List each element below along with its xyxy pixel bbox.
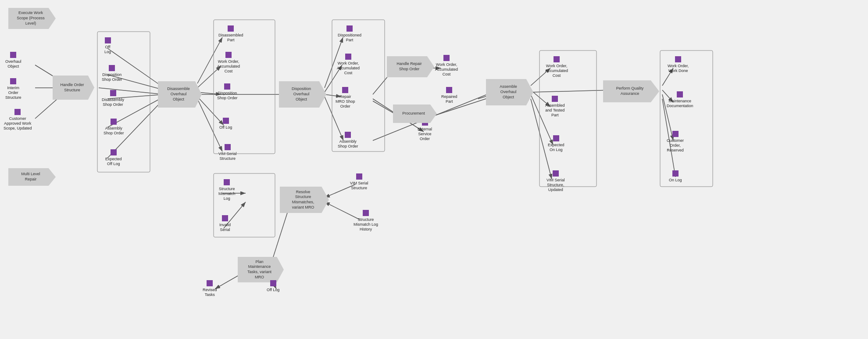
dispositioned-part-label: DispositionedPart <box>338 33 361 43</box>
disassemble-overhaul-object: DisassembleOverhaulObject <box>158 81 202 108</box>
vim-serial-structure-1: VIM SerialStructure <box>218 144 237 161</box>
disassembled-part-label: DisassembledPart <box>218 33 243 43</box>
dispositioned-part: DispositionedPart <box>338 25 361 43</box>
customer-order-reserved: CustomerOrder,Reserved <box>667 131 684 152</box>
disassemble-overhaul-object-shape: DisassembleOverhaulObject <box>158 81 202 108</box>
handle-repair-shop-order: Handle RepairShop Order <box>387 56 434 77</box>
disposition-shop-order-2-label: DispositionShop Order <box>217 91 238 101</box>
invalid-serial: InvalidSerial <box>219 215 231 232</box>
customer-order-reserved-label: CustomerOrder,Reserved <box>667 138 684 152</box>
resolve-structure-mismatches: ResolveStructureMismatches,variant MRO <box>280 187 329 213</box>
assembled-tested-part: Assembledand TestedPart <box>545 96 565 117</box>
vim-serial-structure-2-icon <box>356 173 362 180</box>
assembled-tested-part-label: Assembledand TestedPart <box>545 103 565 117</box>
work-order-work-done-label: Work Order,Work Done <box>668 64 689 73</box>
off-log-3: Off Log <box>267 280 279 292</box>
interim-order-structure: InterimOrderStructure <box>5 78 21 100</box>
off-log-3-label: Off Log <box>267 288 279 292</box>
resolve-structure-mismatches-label: ResolveStructureMismatches,variant MRO <box>292 190 314 210</box>
execute-work-scope-label: Execute WorkScope (ProcessLevel) <box>17 11 45 26</box>
repaired-part: RepairedPart <box>441 87 457 104</box>
structure-mismatch-log-history-label: StructureMismatch LogHistory <box>354 217 378 231</box>
plan-maintenance-tasks-shape: PlanMaintenanceTasks, variantMRO <box>238 257 284 282</box>
expected-off-log: ExpectedOff Log <box>105 149 122 166</box>
maintenance-documentation-icon <box>677 91 683 97</box>
disposition-shop-order-1-label: DispositionShop Order <box>102 72 122 82</box>
handle-order-structure-shape: Handle OrderStructure <box>53 76 94 100</box>
assembly-shop-order-2-label: AssemblyShop Order <box>338 139 358 149</box>
customer-order-reserved-icon <box>672 131 679 137</box>
repair-mro-shop-order-icon <box>342 87 348 93</box>
execute-work-scope-shape: Execute WorkScope (ProcessLevel) <box>8 8 56 29</box>
vim-serial-structure-2-label: VIM SerialStructure <box>350 181 368 191</box>
off-log-1-icon <box>105 37 111 43</box>
multi-level-repair: Multi LevelRepair <box>8 168 56 186</box>
expected-on-log: ExpectedOn Log <box>548 135 564 152</box>
off-log-2-label: Off Log <box>219 125 232 130</box>
assemble-overhaul-object-label: AssembleOverhaulObject <box>500 84 517 100</box>
procurement-label: Procurement <box>402 111 425 116</box>
assemble-overhaul-object: AssembleOverhaulObject <box>486 79 533 105</box>
assembled-tested-part-icon <box>552 96 558 102</box>
arrows-layer <box>0 0 868 339</box>
overhaul-object-label: OverhaulObject <box>5 59 21 69</box>
expected-on-log-icon <box>553 135 559 141</box>
work-order-work-done: Work Order,Work Done <box>668 56 689 73</box>
structure-mismatch-log-1-label: StructureMismatchLog <box>218 187 236 201</box>
off-log-2: Off Log <box>219 118 232 130</box>
handle-repair-shop-order-shape: Handle RepairShop Order <box>387 56 434 77</box>
grouping-boxes <box>0 0 868 339</box>
interim-order-structure-icon <box>10 78 16 84</box>
perform-quality-assurance-shape: Perform QualityAssurance <box>603 80 659 102</box>
procurement-shape: Procurement <box>393 105 437 123</box>
handle-order-structure: Handle OrderStructure <box>53 76 94 100</box>
on-log: On Log <box>669 170 682 183</box>
expected-on-log-label: ExpectedOn Log <box>548 143 564 152</box>
repair-mro-shop-order-label: RepairMRO ShopOrder <box>336 94 355 108</box>
work-order-acc-cost-4: Work Order,AccumulatedCost <box>545 56 568 78</box>
procurement: Procurement <box>393 105 437 123</box>
revised-tasks-icon <box>207 280 213 286</box>
off-log-1: OffLog <box>104 37 111 54</box>
plan-maintenance-tasks: PlanMaintenanceTasks, variantMRO <box>238 257 284 282</box>
disassembly-shop-order-icon <box>110 90 116 96</box>
vim-serial-structure-updated-label: VIM SerialStructure,Updated <box>547 178 565 192</box>
assembly-shop-order-2: AssemblyShop Order <box>338 132 358 149</box>
work-order-acc-cost-3-label: Work Order,AccumulatedCost <box>435 62 458 76</box>
maintenance-documentation-label: MaintenanceDocumentation <box>667 99 693 108</box>
work-order-acc-cost-2-label: Work Order,AccumulatedCost <box>337 61 360 75</box>
disposition-overhaul-object-shape: DispositionOverhaulObject <box>279 81 326 108</box>
off-log-2-icon <box>223 118 229 124</box>
revised-tasks-label: RevisedTasks <box>203 288 217 297</box>
overhaul-object-icon <box>10 52 16 58</box>
execute-work-scope: Execute WorkScope (ProcessLevel) <box>8 8 56 29</box>
maintenance-documentation: MaintenanceDocumentation <box>667 91 693 108</box>
resolve-structure-mismatches-shape: ResolveStructureMismatches,variant MRO <box>280 187 329 213</box>
on-log-label: On Log <box>669 178 682 183</box>
revised-tasks: RevisedTasks <box>203 280 217 297</box>
assembly-shop-order-2-icon <box>345 132 351 138</box>
assembly-shop-order-1-icon <box>111 119 117 125</box>
work-order-acc-cost-3-icon <box>443 55 450 61</box>
disassemble-overhaul-object-label: DisassembleOverhaulObject <box>167 87 190 102</box>
assemble-overhaul-object-shape: AssembleOverhaulObject <box>486 79 533 105</box>
disposition-shop-order-1-icon <box>109 65 115 71</box>
work-order-acc-cost-2-icon <box>345 54 351 60</box>
handle-order-structure-label: Handle OrderStructure <box>60 83 84 93</box>
expected-off-log-label: ExpectedOff Log <box>105 157 122 166</box>
work-order-acc-cost-3: Work Order,AccumulatedCost <box>435 55 458 76</box>
invalid-serial-icon <box>222 215 228 221</box>
customer-approved-icon <box>14 109 21 115</box>
structure-mismatch-log-1: StructureMismatchLog <box>218 179 236 201</box>
perform-quality-assurance-label: Perform QualityAssurance <box>616 86 644 96</box>
handle-repair-shop-order-label: Handle RepairShop Order <box>396 61 422 72</box>
disassembly-shop-order-label: DisassemblyShop Order <box>102 97 124 107</box>
repaired-part-label: RepairedPart <box>441 94 457 104</box>
interim-order-structure-label: InterimOrderStructure <box>5 86 21 100</box>
invalid-serial-label: InvalidSerial <box>219 223 231 232</box>
work-order-acc-cost-1-icon <box>225 52 232 58</box>
work-order-work-done-icon <box>675 56 681 62</box>
repair-mro-shop-order: RepairMRO ShopOrder <box>336 87 355 108</box>
structure-mismatch-log-1-icon <box>224 179 230 185</box>
disassembled-part-icon <box>228 25 234 32</box>
